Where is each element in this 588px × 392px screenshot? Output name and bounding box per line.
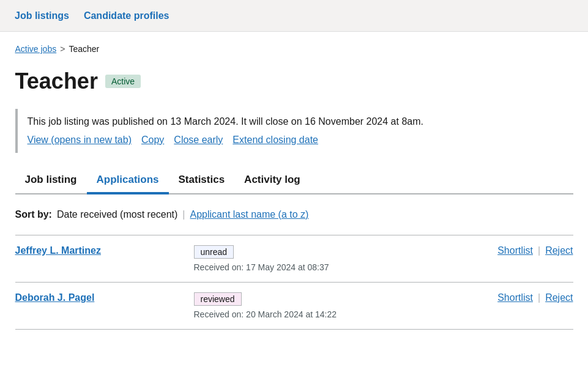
tab-activity-log[interactable]: Activity log [234,168,310,194]
application-actions-1: Shortlist | Reject [497,292,573,303]
tab-statistics[interactable]: Statistics [169,168,235,194]
application-list: Jeffrey L. Martinez unread Received on: … [15,235,573,330]
applicant-name-0[interactable]: Jeffrey L. Martinez [15,245,187,256]
extend-closing-date-link[interactable]: Extend closing date [233,135,318,146]
page-title: Teacher [15,68,98,94]
application-middle-1: reviewed Received on: 20 March 2024 at 1… [194,292,491,319]
sort-by-lastname[interactable]: Applicant last name (a to z) [190,209,309,220]
sort-bar: Sort by: Date received (most recent) | A… [15,209,573,220]
breadcrumb-separator: > [60,44,65,54]
table-row: Jeffrey L. Martinez unread Received on: … [15,235,573,282]
sort-label: Sort by: [15,209,52,220]
close-early-link[interactable]: Close early [174,135,223,146]
status-tag-0: unread [194,245,234,259]
breadcrumb-current: Teacher [69,44,99,54]
table-row: Deborah J. Pagel reviewed Received on: 2… [15,282,573,330]
sort-divider: | [182,209,185,220]
reject-button-0[interactable]: Reject [545,245,573,256]
copy-link[interactable]: Copy [141,135,164,146]
shortlist-button-0[interactable]: Shortlist [497,245,533,256]
received-date-1: Received on: 20 March 2024 at 14:22 [194,309,491,319]
action-divider-0: | [538,245,540,256]
application-middle-0: unread Received on: 17 May 2024 at 08:37 [194,245,491,272]
nav-job-listings[interactable]: Job listings [15,10,69,21]
top-nav: Job listings Candidate profiles [0,0,588,32]
breadcrumb: Active jobs > Teacher [15,44,573,54]
tab-applications[interactable]: Applications [87,168,169,194]
shortlist-button-1[interactable]: Shortlist [497,292,533,303]
view-link[interactable]: View (opens in new tab) [28,135,132,146]
status-badge: Active [105,75,141,88]
applicant-name-1[interactable]: Deborah J. Pagel [15,292,187,303]
main-content: Active jobs > Teacher Teacher Active Thi… [1,32,588,342]
status-tag-1: reviewed [194,292,242,306]
application-actions-0: Shortlist | Reject [497,245,573,256]
page-title-row: Teacher Active [15,68,573,94]
breadcrumb-parent[interactable]: Active jobs [15,44,57,54]
info-box-actions: View (opens in new tab) Copy Close early… [28,135,564,146]
received-date-0: Received on: 17 May 2024 at 08:37 [194,262,491,272]
reject-button-1[interactable]: Reject [545,292,573,303]
info-text: This job listing was published on 13 Mar… [28,116,564,127]
action-divider-1: | [538,292,540,303]
tab-job-listing[interactable]: Job listing [15,168,87,194]
tabs: Job listing Applications Statistics Acti… [15,168,573,194]
info-box: This job listing was published on 13 Mar… [15,109,573,153]
sort-active: Date received (most recent) [57,209,177,220]
nav-candidate-profiles[interactable]: Candidate profiles [84,10,169,21]
